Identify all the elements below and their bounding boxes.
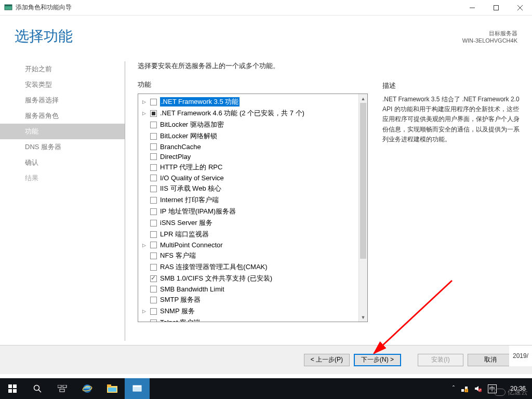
search-icon[interactable] [25, 378, 50, 399]
feature-checkbox[interactable] [150, 110, 157, 117]
feature-checkbox[interactable] [150, 133, 157, 140]
feature-item[interactable]: ▷.NET Framework 3.5 功能 [139, 96, 357, 108]
expander-icon[interactable]: ▷ [141, 309, 147, 314]
description-label: 描述 [382, 81, 524, 90]
feature-item[interactable]: BitLocker 驱动器加密 [139, 119, 357, 130]
maximize-button[interactable] [484, 0, 508, 16]
svg-rect-23 [461, 389, 464, 392]
feature-checkbox[interactable] [150, 185, 157, 192]
feature-item[interactable]: ▷SNMP 服务 [139, 305, 357, 317]
feature-checkbox[interactable] [150, 264, 157, 271]
feature-checkbox[interactable] [150, 122, 157, 128]
feature-label: BitLocker 网络解锁 [160, 131, 217, 141]
svg-line-12 [38, 390, 41, 392]
feature-label: SNMP 服务 [160, 307, 195, 316]
expander-icon [141, 209, 147, 215]
wizard-header: 选择功能 目标服务器 WIN-3ELOHVGCH4K [0, 16, 532, 57]
svg-rect-10 [13, 389, 17, 393]
feature-checkbox[interactable] [150, 252, 157, 259]
feature-item[interactable]: LPR 端口监视器 [139, 229, 357, 240]
feature-checkbox[interactable] [150, 175, 157, 181]
sidebar-item-server-roles[interactable]: 服务器角色 [0, 108, 125, 124]
feature-item[interactable]: DirectPlay [139, 152, 357, 162]
server-manager-icon[interactable] [125, 378, 150, 399]
scroll-up-icon[interactable]: ▲ [359, 94, 367, 103]
expander-icon[interactable]: ▷ [141, 99, 147, 105]
sidebar-item-confirm[interactable]: 确认 [0, 155, 125, 170]
feature-item[interactable]: ▷.NET Framework 4.6 功能 (2 个已安装，共 7 个) [139, 108, 357, 119]
feature-item[interactable]: SMB Bandwidth Limit [139, 284, 357, 294]
feature-checkbox[interactable] [150, 242, 157, 248]
network-warning-icon[interactable]: ! [461, 385, 468, 392]
sidebar-item-features[interactable]: 功能 [0, 124, 125, 139]
svg-rect-13 [58, 385, 61, 388]
feature-checkbox[interactable] [150, 153, 157, 160]
feature-item[interactable]: Internet 打印客户端 [139, 194, 357, 206]
expander-icon [141, 320, 147, 322]
feature-item[interactable]: IIS 可承载 Web 核心 [139, 183, 357, 194]
features-list[interactable]: ▷.NET Framework 3.5 功能▷.NET Framework 4.… [138, 94, 358, 322]
feature-checkbox[interactable] [150, 164, 157, 171]
ie-icon[interactable] [75, 378, 100, 399]
volume-muted-icon[interactable] [474, 385, 482, 392]
expander-icon [141, 165, 147, 170]
scroll-thumb[interactable] [360, 103, 366, 259]
sidebar-item-dns-server[interactable]: DNS 服务器 [0, 139, 125, 155]
close-button[interactable] [508, 0, 532, 16]
feature-checkbox[interactable] [150, 308, 157, 315]
start-button[interactable] [0, 378, 25, 399]
feature-checkbox[interactable] [150, 320, 157, 322]
feature-checkbox[interactable] [150, 231, 157, 238]
scrollbar[interactable]: ▲ ▼ [358, 94, 367, 322]
expander-icon [141, 253, 147, 259]
expander-icon[interactable]: ▷ [141, 242, 147, 248]
feature-checkbox[interactable] [150, 220, 157, 227]
file-explorer-icon[interactable] [100, 378, 125, 399]
feature-item[interactable]: IP 地址管理(IPAM)服务器 [139, 206, 357, 217]
tray-chevron-icon[interactable]: ˆ [453, 385, 455, 392]
expander-icon[interactable]: ▷ [141, 111, 147, 116]
minimize-button[interactable] [460, 0, 484, 16]
feature-item[interactable]: BranchCache [139, 142, 357, 152]
feature-label: RAS 连接管理器管理工具包(CMAK) [160, 262, 268, 272]
feature-item[interactable]: HTTP 代理上的 RPC [139, 162, 357, 173]
feature-label: .NET Framework 4.6 功能 (2 个已安装，共 7 个) [160, 109, 304, 118]
feature-item[interactable]: BitLocker 网络解锁 [139, 130, 357, 142]
feature-item[interactable]: ▷MultiPoint Connector [139, 240, 357, 250]
prev-button[interactable]: < 上一步(P) [304, 354, 350, 366]
task-view-icon[interactable] [50, 378, 75, 399]
feature-checkbox[interactable] [150, 275, 157, 282]
expander-icon [141, 232, 147, 237]
next-button[interactable]: 下一步(N) > [354, 354, 401, 366]
feature-item[interactable]: RAS 连接管理器管理工具包(CMAK) [139, 261, 357, 273]
scroll-down-icon[interactable]: ▼ [359, 313, 367, 322]
feature-checkbox[interactable] [150, 208, 157, 215]
expander-icon [141, 122, 147, 128]
feature-label: BranchCache [160, 143, 201, 151]
expander-icon [141, 144, 147, 150]
feature-label: DirectPlay [160, 153, 191, 161]
sidebar-item-server-select[interactable]: 服务器选择 [0, 92, 125, 108]
feature-label: I/O Quality of Service [160, 174, 224, 182]
feature-item[interactable]: NFS 客户端 [139, 250, 357, 261]
feature-item[interactable]: SMTP 服务器 [139, 294, 357, 305]
sidebar-item-install-type[interactable]: 安装类型 [0, 77, 125, 92]
feature-item[interactable]: I/O Quality of Service [139, 173, 357, 183]
feature-checkbox[interactable] [150, 99, 157, 105]
feature-item[interactable]: iSNS Server 服务 [139, 217, 357, 229]
feature-checkbox[interactable] [150, 143, 157, 150]
target-server-name: WIN-3ELOHVGCH4K [462, 37, 517, 44]
taskbar[interactable]: ˆ ! 中 20:36 [0, 378, 532, 399]
feature-item[interactable]: SMB 1.0/CIFS 文件共享支持 (已安装) [139, 273, 357, 284]
feature-checkbox[interactable] [150, 286, 157, 292]
expander-icon [141, 220, 147, 226]
feature-label: SMB 1.0/CIFS 文件共享支持 (已安装) [160, 274, 272, 283]
sidebar-item-before-begin[interactable]: 开始之前 [0, 61, 125, 77]
svg-rect-7 [8, 384, 12, 388]
feature-item[interactable]: Telnet 客户端 [139, 317, 357, 322]
feature-checkbox[interactable] [150, 197, 157, 204]
scroll-track[interactable] [359, 103, 367, 313]
cancel-button[interactable]: 取消 [468, 354, 513, 366]
feature-checkbox[interactable] [150, 297, 157, 303]
svg-rect-9 [8, 389, 12, 393]
